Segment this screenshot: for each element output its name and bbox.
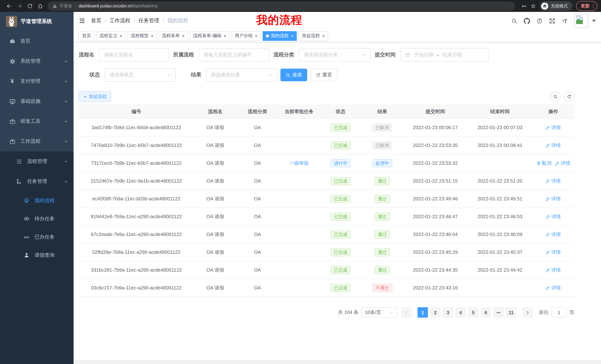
tab-process-definition[interactable]: 流程定义× (96, 31, 126, 41)
sidebar-fold-icon[interactable] (79, 18, 85, 24)
eye-open-icon (23, 216, 30, 222)
more-pages-button[interactable]: ••• (493, 307, 504, 318)
process-id: 331bc281-7b9a-11ec-a290-acde48001122 (79, 267, 194, 273)
page-button-6[interactable]: 6 (481, 307, 491, 318)
bookmark-star-icon[interactable] (530, 3, 536, 9)
search-icon (553, 94, 558, 99)
browser-home-icon[interactable] (35, 1, 45, 11)
font-size-icon[interactable]: тT (559, 16, 570, 26)
sidebar-item-done-tasks[interactable]: 已办任务 (0, 228, 74, 246)
detail-action-link[interactable]: 详情 (546, 178, 561, 184)
detail-action-link[interactable]: 详情 (546, 267, 561, 273)
page-button-1[interactable]: 1 (418, 307, 428, 318)
tab-process-form-edit[interactable]: 流程表单-编辑× (190, 31, 230, 41)
browser-back-icon[interactable] (4, 1, 14, 11)
close-tab-icon[interactable]: × (291, 34, 293, 38)
tab-process-form[interactable]: 流程表单× (159, 31, 188, 41)
sidebar-item-todo-tasks[interactable]: 待办任务 (0, 210, 74, 228)
address-bar[interactable]: 不安全 dashboard.yudao.iocoder.cn/bpm/task/… (48, 1, 515, 10)
status-badge: 已完成 (331, 266, 351, 274)
current-task-link[interactable]: 一级审批 (289, 160, 309, 166)
status-select[interactable]: 请选择状态 (105, 68, 176, 82)
reset-button[interactable]: 重置 (311, 69, 337, 81)
process-definition-input[interactable]: 请输入流程定义的编号 (199, 48, 269, 62)
help-icon[interactable] (534, 16, 545, 26)
detail-action-link[interactable]: 详情 (546, 195, 561, 202)
tab-process-model[interactable]: 流程模型× (127, 31, 157, 41)
goto-page-input[interactable]: 1 (551, 307, 566, 318)
breadcrumb-home[interactable]: 首页 (91, 18, 101, 24)
browser-update-button[interactable]: 更新 (576, 1, 597, 11)
column-header: 操作 (532, 108, 574, 115)
sidebar-item-process-mgmt[interactable]: 流程管理 (0, 151, 74, 172)
row-actions: 详情 (532, 124, 574, 131)
page-button-2[interactable]: 2 (430, 307, 441, 318)
sidebar-item-my-process[interactable]: 我的流程 (0, 192, 74, 210)
plus-icon (83, 95, 87, 98)
fullscreen-icon[interactable] (547, 16, 557, 26)
detail-action-link[interactable]: 详情 (546, 124, 561, 131)
tab-home[interactable]: 首页 (79, 31, 94, 41)
detail-action-link[interactable]: 详情 (546, 231, 561, 238)
close-tab-icon[interactable]: × (255, 34, 257, 38)
sidebar-item-home[interactable]: 首页 (0, 31, 74, 51)
sidebar-item-dev-tools[interactable]: 研发工具 (0, 111, 74, 131)
page-button-4[interactable]: 4 (455, 307, 466, 318)
detail-action-link[interactable]: 详情 (546, 249, 561, 256)
process-category-select[interactable]: 请选择流程分类 (299, 48, 371, 62)
tab-start-process[interactable]: 发起流程× (299, 31, 328, 41)
sidebar-item-label: 任务管理 (27, 178, 47, 185)
sidebar-item-leave-query[interactable]: 请假查询 (0, 246, 74, 264)
sidebar-item-infrastructure[interactable]: 基础设施 (0, 91, 74, 111)
tab-my-process[interactable]: 我的流程× (263, 31, 297, 41)
start-process-button[interactable]: 发起流程 (79, 91, 111, 102)
search-button[interactable]: 搜索 (280, 69, 307, 81)
sidebar-item-task-mgmt[interactable]: 任务管理 (0, 172, 74, 192)
process-name-input[interactable]: 请输入流程名 (99, 48, 169, 62)
refresh-table-icon-button[interactable] (564, 91, 574, 102)
header-search-icon[interactable] (509, 16, 519, 26)
detail-action-link[interactable]: 详情 (546, 213, 561, 220)
prev-page-button[interactable] (401, 307, 411, 318)
close-tab-icon[interactable]: × (224, 34, 226, 38)
avatar[interactable] (574, 14, 588, 28)
password-key-icon[interactable] (521, 3, 527, 9)
result-label: 结果 (191, 72, 201, 78)
page-button-11[interactable]: 11 (506, 307, 516, 318)
browser-forward-icon[interactable] (14, 1, 25, 11)
close-tab-icon[interactable]: × (120, 34, 122, 38)
horizontal-scrollbar[interactable] (74, 361, 601, 364)
result-select[interactable]: 请选择流结果 (206, 68, 277, 82)
sidebar-item-workflow[interactable]: 工作流程 (0, 131, 74, 151)
submit-time: 2022-01-22 23:43:16 (403, 285, 468, 290)
security-label[interactable]: 不安全 (60, 3, 72, 9)
page-button-3[interactable]: 3 (443, 307, 453, 318)
page-size-select[interactable]: 10条/页 (361, 307, 397, 318)
sidebar-item-system-mgmt[interactable]: 系统管理 (0, 51, 74, 71)
tab-user-group[interactable]: 用户分组× (231, 31, 261, 41)
status-badge: 已完成 (331, 123, 351, 132)
row-actions: 详情 (532, 195, 574, 202)
browser-reload-icon[interactable] (25, 1, 35, 11)
status-badge-cell: 已完成 (320, 123, 361, 132)
close-tab-icon[interactable]: × (151, 34, 153, 38)
detail-action-link[interactable]: 详情 (546, 142, 561, 149)
browser-menu-icon[interactable] (593, 4, 594, 8)
sidebar-item-payment-mgmt[interactable]: ¥支付管理 (0, 71, 74, 91)
page-button-5[interactable]: 5 (468, 307, 478, 318)
detail-action-link[interactable]: 详情 (546, 284, 561, 291)
table-row: 03c6c157-7b9a-11ec-a290-acde48001122OA 请… (79, 279, 574, 297)
github-icon[interactable] (521, 16, 532, 26)
avatar-dropdown-icon[interactable] (592, 20, 596, 22)
chevron-down-icon (64, 99, 68, 103)
submit-time-range-picker[interactable]: 开始日期 - 结束日期 (401, 48, 489, 62)
breadcrumb-workflow[interactable]: 工作流程 (110, 18, 130, 24)
next-page-button[interactable] (522, 307, 533, 318)
close-tab-icon[interactable]: × (322, 34, 325, 38)
app-logo[interactable]: 芋道管理系统 (0, 12, 74, 31)
hide-search-icon-button[interactable] (551, 91, 561, 102)
close-tab-icon[interactable]: × (182, 34, 185, 38)
cancel-action-link[interactable]: 取消 (536, 160, 551, 166)
detail-action-link[interactable]: 详情 (555, 160, 570, 166)
breadcrumb-task-mgmt[interactable]: 任务管理 (139, 18, 159, 24)
